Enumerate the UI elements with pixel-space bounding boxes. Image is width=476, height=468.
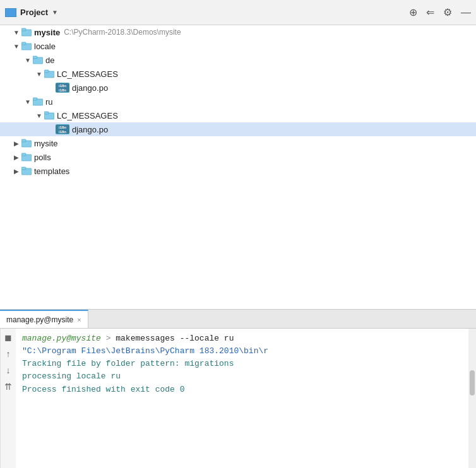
up-icon[interactable]: ↑ xyxy=(6,349,11,359)
tree-item-label: django.po xyxy=(72,83,108,93)
collapse-all-icon[interactable]: ⇐ xyxy=(426,6,434,18)
expand-arrow[interactable]: ▼ xyxy=(11,43,21,50)
tree-item-label: polls xyxy=(34,153,51,162)
add-icon[interactable]: ⊕ xyxy=(409,6,417,18)
settings-icon[interactable]: ⚙ xyxy=(443,6,452,18)
toolbar-title: Project xyxy=(20,8,48,17)
tree-item-mysite[interactable]: ▶ mysite xyxy=(0,136,476,150)
tree-item-label: templates xyxy=(34,167,69,176)
terminal-line-process-line: Process finished with exit code 0 xyxy=(22,383,462,396)
toolbar: Project ▼ ⊕ ⇐ ⚙ — xyxy=(0,0,476,25)
expand-arrow[interactable]: ▼ xyxy=(23,57,33,64)
tree-item-lc_messages_1[interactable]: ▼ LC_MESSAGES xyxy=(0,67,476,81)
terminal-text: "C:\Program Files\JetBrains\PyCharm 183.… xyxy=(22,346,268,356)
terminal-tab[interactable]: manage.py@mysite × xyxy=(0,310,88,328)
tree-item-locale[interactable]: ▼ locale xyxy=(0,39,476,53)
terminal-line-tracking-line: Tracking file by folder pattern: migrati… xyxy=(22,358,462,370)
project-icon xyxy=(5,8,16,17)
svg-rect-15 xyxy=(21,153,26,156)
terminal-text: > xyxy=(101,334,116,343)
tree-item-label: locale xyxy=(34,42,56,51)
tree-item-label: de xyxy=(45,56,54,65)
terminal-text: processing locale ru xyxy=(22,371,121,381)
expand-arrow[interactable]: ▼ xyxy=(34,71,44,78)
expand-arrow[interactable]: ▶ xyxy=(11,154,21,161)
svg-rect-17 xyxy=(21,167,26,170)
folder-icon xyxy=(33,56,43,64)
i18n-file-icon: i18n xyxy=(56,124,69,134)
tree-item-django_po_2[interactable]: i18ndjango.po xyxy=(0,122,476,136)
expand-arrow[interactable]: ▼ xyxy=(11,29,21,36)
tree-item-polls[interactable]: ▶ polls xyxy=(0,150,476,164)
terminal-line-path-line: "C:\Program Files\JetBrains\PyCharm 183.… xyxy=(22,345,462,358)
root-name: mysite xyxy=(34,28,60,37)
down-icon[interactable]: ↓ xyxy=(6,365,11,375)
terminal-tab-bar: manage.py@mysite × xyxy=(0,310,476,329)
tree-item-label: mysite xyxy=(34,139,58,148)
folder-icon xyxy=(21,167,32,175)
toolbar-actions: ⊕ ⇐ ⚙ — xyxy=(409,6,471,18)
svg-rect-11 xyxy=(44,112,49,114)
tree-item-label: LC_MESSAGES xyxy=(57,111,118,120)
svg-rect-5 xyxy=(33,56,37,59)
tree-item-de[interactable]: ▼ de xyxy=(0,53,476,67)
scrollbar-track[interactable] xyxy=(468,329,476,468)
folder-icon xyxy=(21,42,32,50)
terminal-content-row: ◼↑↓⇈ manage.py@mysite > makemessages --l… xyxy=(0,329,476,468)
terminal-tab-label: manage.py@mysite xyxy=(6,315,73,324)
terminal-text: manage.py@mysite xyxy=(22,334,101,343)
tree-item-label: django.po xyxy=(72,125,108,134)
folder-icon xyxy=(33,97,43,106)
scrollbar-thumb[interactable] xyxy=(470,370,475,395)
terminal-text: Tracking file by folder pattern: migrati… xyxy=(22,359,234,368)
tree-item-lc_messages_2[interactable]: ▼ LC_MESSAGES xyxy=(0,108,476,122)
expand-arrow[interactable]: ▶ xyxy=(11,168,21,175)
tree-root[interactable]: ▼ mysite C:\PyCharm-2018.3\Demos\mysite xyxy=(0,25,476,39)
tree-item-ru[interactable]: ▼ ru xyxy=(0,95,476,108)
toolbar-left: Project ▼ xyxy=(5,8,409,17)
svg-rect-7 xyxy=(44,70,49,73)
tree-item-django_po_1[interactable]: i18ndjango.po xyxy=(0,81,476,95)
folder-icon xyxy=(44,69,54,78)
tree-item-label: ru xyxy=(45,97,53,107)
svg-rect-9 xyxy=(33,98,37,100)
folder-icon xyxy=(21,153,32,161)
folder-icon xyxy=(21,28,32,37)
terminal-action-icons: ◼↑↓⇈ xyxy=(0,329,16,468)
tree-item-templates[interactable]: ▶ templates xyxy=(0,164,476,178)
terminal-body[interactable]: manage.py@mysite > makemessages --locale… xyxy=(16,329,468,468)
terminal-line-processing-line: processing locale ru xyxy=(22,370,462,383)
terminal-tab-close[interactable]: × xyxy=(77,316,81,324)
svg-rect-13 xyxy=(21,139,26,142)
svg-rect-3 xyxy=(21,42,26,45)
expand-arrow[interactable]: ▼ xyxy=(23,98,33,105)
tree-item-label: LC_MESSAGES xyxy=(57,69,118,79)
file-tree: ▼ mysite C:\PyCharm-2018.3\Demos\mysite … xyxy=(0,25,476,309)
i18n-file-icon: i18n xyxy=(56,83,69,93)
scroll-top-icon[interactable]: ⇈ xyxy=(4,382,12,392)
terminal-line-cmd-line: manage.py@mysite > makemessages --locale… xyxy=(22,332,462,345)
terminal-text: makemessages --locale ru xyxy=(116,334,234,343)
minimize-icon[interactable]: — xyxy=(461,7,471,18)
expand-arrow[interactable]: ▼ xyxy=(34,112,44,119)
terminal-text: Process finished with exit code 0 xyxy=(22,385,184,394)
folder-icon xyxy=(21,139,32,148)
expand-arrow[interactable]: ▶ xyxy=(11,140,21,147)
root-path: C:\PyCharm-2018.3\Demos\mysite xyxy=(64,28,181,37)
folder-icon xyxy=(44,111,54,120)
terminal-panel: manage.py@mysite × ◼↑↓⇈ manage.py@mysite… xyxy=(0,309,476,468)
chevron-down-icon[interactable]: ▼ xyxy=(52,9,58,16)
svg-rect-1 xyxy=(21,28,26,31)
stop-icon[interactable]: ◼ xyxy=(4,332,12,342)
